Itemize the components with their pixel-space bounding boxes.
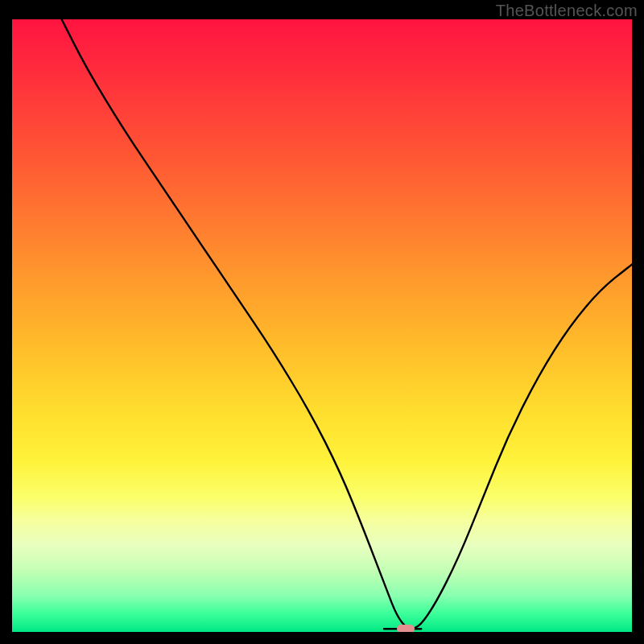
minimum-marker (397, 625, 415, 632)
watermark-text: TheBottleneck.com (496, 2, 638, 20)
plot-area (12, 19, 632, 632)
bottleneck-curve (12, 19, 632, 632)
chart-frame: TheBottleneck.com (0, 0, 644, 644)
